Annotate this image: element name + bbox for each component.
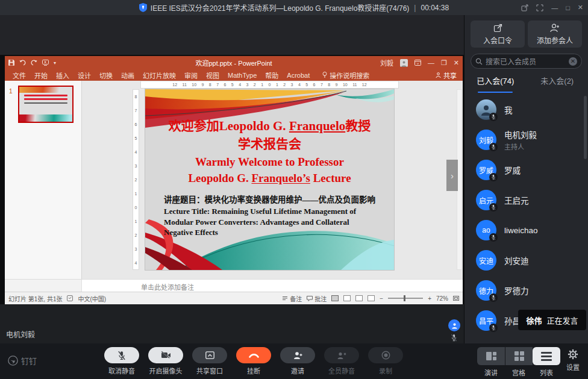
person-icon [451, 322, 458, 329]
participant-row[interactable]: 刘毅 电机刘毅主持人 [464, 125, 588, 155]
app-titlebar: IEEE IES武汉分会2021年学术活动系列—Leopoldo G. Fran… [0, 0, 588, 15]
participant-row[interactable]: 罗威 罗威 [464, 155, 588, 185]
ppt-quick-access-toolbar: ▾ [8, 60, 56, 66]
search-icon [475, 58, 483, 65]
notes-toggle[interactable]: 备注 [282, 294, 302, 303]
participant-name: 罗威 [504, 164, 521, 176]
mic-muted-icon [117, 351, 126, 360]
participant-name: 电机刘毅 [504, 128, 537, 140]
slide-thumbnail[interactable] [18, 86, 74, 123]
ribbon-tab-file[interactable]: 文件 [8, 70, 30, 80]
mic-muted-icon [489, 113, 498, 121]
normal-view-button[interactable] [331, 295, 339, 301]
view-list-button[interactable]: 列表 [533, 347, 560, 377]
redo-icon[interactable] [31, 60, 37, 66]
ribbon-tab-animations[interactable]: 动画 [117, 70, 139, 80]
fit-to-window-icon[interactable] [453, 295, 459, 301]
speaking-user: 徐伟 [526, 315, 542, 326]
popout-icon[interactable] [521, 4, 528, 11]
participant-role: 主持人 [504, 142, 537, 151]
ribbon-tab-transitions[interactable]: 切换 [95, 70, 117, 80]
qat-dropdown-icon[interactable]: ▾ [54, 60, 56, 66]
participant-row[interactable]: 德力 罗德力 [464, 275, 588, 305]
slide-canvas[interactable]: 欢迎参加Leopoldo G. Franquelo教授 学术报告会 Warmly… [145, 89, 394, 270]
participant-row[interactable]: 我 [464, 95, 588, 125]
powerpoint-window: ▾ 欢迎ppt.pptx - PowerPoint 刘毅 — ❐ ✕ 文件 开始… [5, 56, 463, 304]
search-participants-input[interactable]: 搜索已入会成员 ✕ [471, 54, 582, 69]
ribbon-tab-design[interactable]: 设计 [74, 70, 95, 80]
zoom-slider[interactable] [388, 298, 423, 299]
tell-me-search[interactable]: 操作说明搜索 [322, 70, 369, 80]
participants-sidebar: 入会口令 添加参会人 搜索已入会成员 ✕ 已入会(74) 未入会(2) 我 刘毅 [464, 15, 588, 343]
ribbon-tab-acrobat[interactable]: Acrobat [283, 72, 314, 79]
shared-screen-stage: ▾ 欢迎ppt.pptx - PowerPoint 刘毅 — ❐ ✕ 文件 开始… [0, 15, 464, 343]
settings-button[interactable]: 设置 [561, 349, 584, 372]
ppt-minimize-button[interactable]: — [428, 59, 434, 66]
title-separator: | [414, 4, 416, 12]
participant-name: 刘安迪 [504, 254, 529, 266]
ribbon-tab-insert[interactable]: 插入 [52, 70, 74, 80]
ribbon-tab-mathtype[interactable]: MathType [224, 72, 261, 79]
ribbon-tab-review[interactable]: 审阅 [180, 70, 202, 80]
gear-icon [568, 349, 578, 360]
reading-view-button[interactable] [355, 295, 363, 301]
share-window-icon [205, 351, 214, 359]
avatar: 罗威 [476, 160, 496, 180]
ppt-notes-pane[interactable]: 单击此处添加备注 [5, 279, 463, 292]
add-participant-button[interactable]: 添加参会人 [528, 20, 582, 48]
list-view-icon [541, 352, 552, 361]
ribbon-tab-help[interactable]: 帮助 [261, 70, 283, 80]
ppt-close-button[interactable]: ✕ [454, 59, 459, 67]
share-person-icon [436, 72, 441, 78]
undo-icon[interactable] [19, 60, 26, 66]
participant-row[interactable]: 安迪 刘安迪 [464, 245, 588, 275]
slide-sorter-view-button[interactable] [343, 295, 351, 301]
ppt-account-name[interactable]: 刘毅 [380, 58, 393, 67]
sidebar-scrollbar[interactable] [584, 96, 587, 159]
participant-name: liweichao [504, 226, 538, 235]
ppt-restore-button[interactable]: ❐ [441, 59, 447, 67]
zoom-out-button[interactable]: − [380, 295, 383, 302]
hang-up-button[interactable]: 挂断 [236, 347, 271, 375]
camera-on-button[interactable]: 开启摄像头 [148, 347, 183, 375]
invite-button[interactable]: 邀请 [280, 347, 315, 375]
remote-desktop-background [0, 15, 464, 55]
tab-joined[interactable]: 已入会(74) [464, 75, 527, 90]
maximize-button[interactable]: □ [566, 4, 570, 11]
ppt-editing-area: 1 12 11 10 9 8 7 6 5 4 3 2 1 0 1 2 3 4 5… [5, 81, 463, 279]
save-icon[interactable] [8, 60, 14, 66]
mic-muted-icon [489, 324, 498, 332]
meeting-password-button[interactable]: 入会口令 [471, 20, 525, 48]
zoom-in-button[interactable]: + [428, 295, 431, 302]
language-status[interactable]: 中文(中国) [78, 294, 106, 303]
slideshow-view-button[interactable] [367, 295, 375, 301]
zoom-percent[interactable]: 72% [436, 295, 448, 302]
close-button[interactable]: ✕ [578, 4, 583, 11]
ppt-share-button[interactable]: 共享 [436, 70, 457, 80]
ppt-account-avatar[interactable] [400, 59, 408, 67]
slide-title: 欢迎参加Leopoldo G. Franquelo教授 学术报告会 Warmly… [145, 117, 394, 187]
view-speaker-button[interactable]: 演讲 [477, 347, 505, 377]
speaker-avatar-mini[interactable] [448, 319, 460, 331]
participant-row[interactable]: 启元 王启元 [464, 185, 588, 215]
comments-toggle[interactable]: 批注 [307, 294, 327, 303]
view-grid-button[interactable]: 宫格 [505, 347, 533, 377]
start-slideshow-icon[interactable] [42, 60, 49, 66]
unmute-button[interactable]: 取消静音 [104, 347, 139, 375]
security-shield-icon [139, 3, 147, 12]
ribbon-tab-view[interactable]: 视图 [202, 70, 224, 80]
tab-not-joined[interactable]: 未入会(2) [527, 75, 588, 90]
mic-muted-icon [489, 293, 498, 302]
record-button[interactable]: 录制 [368, 347, 403, 375]
ribbon-display-options-icon[interactable] [414, 60, 421, 66]
share-window-button[interactable]: 共享窗口 [192, 347, 227, 375]
ribbon-tab-home[interactable]: 开始 [30, 70, 52, 80]
panel-expand-handle[interactable]: › [446, 160, 458, 191]
search-clear-icon[interactable]: ✕ [569, 57, 577, 66]
participant-row[interactable]: ao liweichao [464, 215, 588, 245]
fullscreen-icon[interactable] [536, 4, 543, 11]
minimize-button[interactable]: — [551, 4, 558, 11]
ribbon-tab-slideshow[interactable]: 幻灯片放映 [139, 70, 180, 80]
mute-all-button[interactable]: 全员静音 [324, 347, 359, 375]
mic-muted-icon [489, 143, 498, 151]
